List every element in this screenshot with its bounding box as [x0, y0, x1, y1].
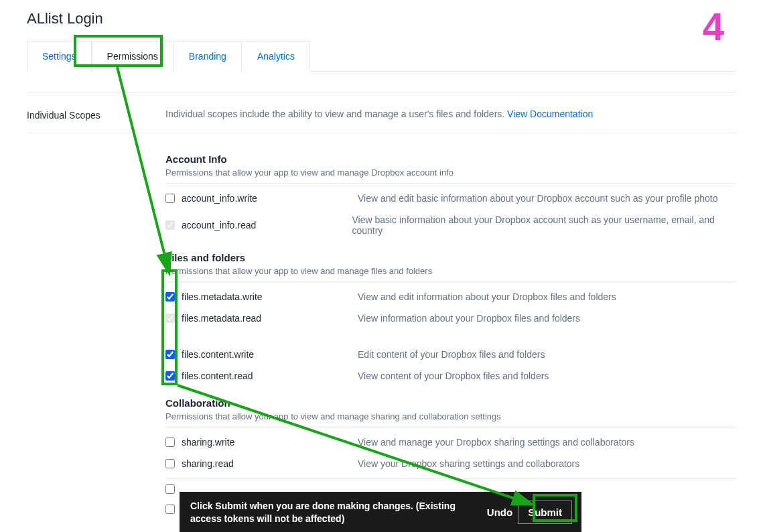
scope-row-files-metadata-write: files.metadata.write View and edit infor… [165, 286, 736, 308]
checkbox-account-info-write[interactable] [165, 194, 175, 203]
scopes-intro-text: Individual scopes include the ability to… [165, 109, 507, 119]
checkbox-files-metadata-read [165, 314, 175, 323]
tab-permissions[interactable]: Permissions [92, 41, 174, 72]
undo-button[interactable]: Undo [482, 501, 518, 523]
scope-desc: View your Dropbox sharing settings and c… [358, 458, 579, 469]
scope-row-files-content-read: files.content.read View content of your … [165, 365, 736, 387]
tab-branding[interactable]: Branding [174, 41, 242, 72]
scope-desc: View and edit information about your Dro… [358, 291, 616, 302]
scope-desc: View content of your Dropbox files and f… [358, 371, 549, 381]
group-title-account: Account Info [165, 153, 736, 165]
scope-row-files-content-write: files.content.write Edit content of your… [165, 344, 736, 365]
group-title-files: Files and folders [165, 252, 736, 263]
group-desc-account: Permissions that allow your app to view … [165, 165, 736, 184]
scope-name: files.content.write [182, 349, 254, 360]
checkbox-account-info-read [165, 220, 175, 230]
tab-settings[interactable]: Settings [27, 41, 92, 72]
page-title: ALlist Login [27, 10, 736, 27]
scope-name: files.metadata.read [182, 313, 261, 324]
view-documentation-link[interactable]: View Documentation [507, 109, 593, 119]
checkbox-files-metadata-write[interactable] [165, 292, 175, 302]
scope-row-sharing-write: sharing.write View and manage your Dropb… [165, 431, 736, 453]
submit-button[interactable]: Submit [518, 501, 572, 524]
scope-desc: View and manage your Dropbox sharing set… [358, 437, 634, 448]
scope-desc: Edit content of your Dropbox files and f… [358, 349, 545, 360]
scope-desc: View and edit basic information about yo… [358, 193, 718, 204]
scope-name: sharing.read [182, 458, 234, 469]
group-title-collab: Collaboration [165, 397, 736, 409]
checkbox-hidden-1[interactable] [165, 484, 175, 494]
scope-name: files.metadata.write [182, 291, 263, 302]
scope-name: account_info.read [182, 220, 256, 230]
tab-analytics[interactable]: Analytics [242, 41, 310, 72]
scope-row-account-info-write: account_info.write View and edit basic i… [165, 188, 736, 209]
scopes-intro-label: Individual Scopes [27, 109, 165, 121]
scope-row-account-info-read: account_info.read View basic information… [165, 209, 736, 241]
scopes-intro-row: Individual Scopes Individual scopes incl… [27, 92, 736, 133]
group-desc-collab: Permissions that allow your app to view … [165, 409, 736, 427]
checkbox-files-content-write[interactable] [165, 350, 175, 359]
scope-name: account_info.write [182, 193, 257, 204]
scope-row-files-metadata-read: files.metadata.read View information abo… [165, 308, 736, 329]
scope-desc: View basic information about your Dropbo… [352, 214, 736, 236]
scope-name: sharing.write [182, 437, 234, 448]
checkbox-sharing-write[interactable] [165, 438, 175, 447]
group-desc-files: Permissions that allow your app to view … [165, 263, 736, 282]
scope-name: files.content.read [182, 371, 253, 381]
checkbox-files-content-read[interactable] [165, 371, 175, 381]
tabs: Settings Permissions Branding Analytics [27, 41, 736, 72]
scope-desc: View information about your Dropbox file… [358, 313, 580, 324]
checkbox-sharing-read[interactable] [165, 459, 175, 468]
submit-bar: Click Submit when you are done making ch… [180, 492, 581, 532]
submit-message: Click Submit when you are done making ch… [190, 500, 482, 525]
checkbox-hidden-2[interactable] [165, 505, 175, 514]
scope-row-sharing-read: sharing.read View your Dropbox sharing s… [165, 453, 736, 474]
